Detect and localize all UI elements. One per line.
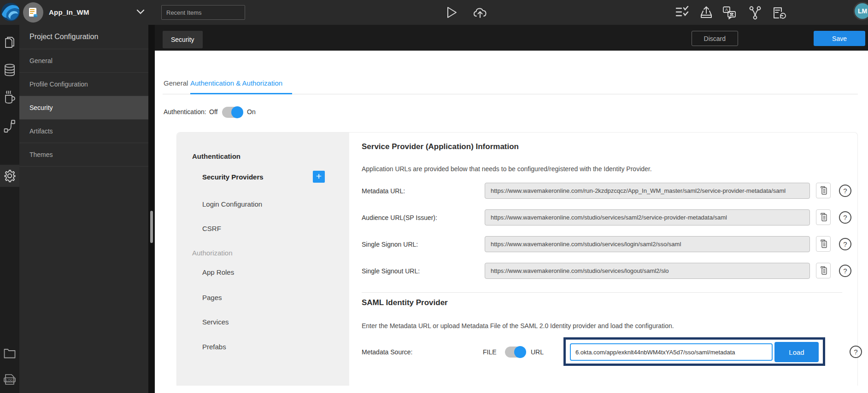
sidebar-item-artifacts[interactable]: Artifacts <box>19 120 148 143</box>
sp-info-title: Service Provider (Application) Informati… <box>362 142 519 151</box>
orchestration-icon[interactable] <box>0 115 19 137</box>
file-sync-icon[interactable] <box>771 6 786 20</box>
settings-gear-icon[interactable] <box>0 165 19 187</box>
copy-icon[interactable] <box>816 263 831 278</box>
app-title: App_In_WM <box>49 8 89 16</box>
security-subnav: Authentication Security Providers + Logi… <box>177 133 349 386</box>
database-icon[interactable] <box>0 59 19 81</box>
metadata-url-highlight: Load <box>563 337 825 366</box>
cloud-upload-icon[interactable] <box>473 6 487 19</box>
security-config-card: Authentication Security Providers + Logi… <box>176 132 858 386</box>
subnav-item-security-providers[interactable]: Security Providers <box>202 173 264 181</box>
checklist-icon[interactable] <box>675 6 689 19</box>
add-provider-button[interactable]: + <box>313 171 325 183</box>
subnav-item-pages[interactable]: Pages <box>202 294 222 301</box>
sidebar-item-profile-configuration[interactable]: Profile Configuration <box>19 73 148 96</box>
metadata-url-input[interactable] <box>485 183 810 199</box>
tab-authentication-authorization[interactable]: Authentication & Authorization <box>190 79 282 87</box>
sidebar-item-themes[interactable]: Themes <box>19 143 148 167</box>
share-branch-icon[interactable] <box>748 6 762 20</box>
section-divider <box>362 292 842 293</box>
project-config-panel: Project Configuration General Profile Co… <box>19 25 148 393</box>
help-icon[interactable]: ? <box>839 211 851 224</box>
authentication-label: Authentication: <box>164 108 206 116</box>
audience-url-input[interactable] <box>485 209 810 225</box>
help-icon[interactable]: ? <box>839 185 851 197</box>
help-icon[interactable]: ? <box>850 346 862 358</box>
copy-icon[interactable] <box>816 236 831 252</box>
export-icon[interactable] <box>699 6 713 19</box>
toggle-on-label: On <box>247 108 256 116</box>
copy-icon[interactable] <box>816 209 831 225</box>
log-label: LOG <box>6 379 13 382</box>
sidebar-item-security[interactable]: Security <box>19 96 148 120</box>
signout-url-label: Single Signout URL: <box>362 267 420 275</box>
subnav-section-authorization: Authorization <box>192 249 233 257</box>
metadata-url-label: Metadata URL: <box>362 187 405 195</box>
main-content: General Authentication & Authorization A… <box>155 51 868 393</box>
folder-icon[interactable] <box>0 342 19 364</box>
signout-url-input[interactable] <box>485 263 810 279</box>
active-tab-underline <box>190 93 292 94</box>
toggle-knob <box>514 346 526 358</box>
metadata-source-label: Metadata Source: <box>362 348 413 356</box>
saml-subtitle: Enter the Metadata URL or upload Metadat… <box>362 322 674 329</box>
url-label: URL <box>531 348 544 356</box>
authentication-toggle[interactable] <box>222 107 242 118</box>
top-bar: App_In_WM <box>0 0 868 25</box>
copy-icon[interactable] <box>816 183 831 198</box>
recent-items-input[interactable] <box>161 5 245 20</box>
idp-metadata-url-input[interactable] <box>570 343 773 361</box>
subnav-item-services[interactable]: Services <box>202 318 229 326</box>
discard-button[interactable]: Discard <box>692 31 738 46</box>
tool-sidebar: LOG ••• <box>0 25 19 393</box>
audience-url-label: Audience URL(SP Issuer): <box>362 214 437 221</box>
signon-url-label: Single Signon URL: <box>362 241 418 248</box>
chevron-down-icon[interactable] <box>136 9 145 15</box>
save-button[interactable]: Save <box>814 31 865 46</box>
project-avatar-icon[interactable] <box>23 2 43 23</box>
help-icon[interactable]: ? <box>839 238 851 250</box>
toggle-knob <box>231 106 243 118</box>
saml-title: SAML Identity Provider <box>362 298 448 307</box>
tab-general[interactable]: General <box>164 79 188 87</box>
java-services-icon[interactable] <box>0 87 19 109</box>
user-avatar[interactable]: LM <box>853 2 868 20</box>
wavemaker-logo-icon <box>1 2 20 22</box>
load-button[interactable]: Load <box>774 342 819 362</box>
subnav-item-prefabs[interactable]: Prefabs <box>202 343 226 351</box>
signon-url-input[interactable] <box>485 236 810 252</box>
sidebar-item-general[interactable]: General <box>19 49 148 73</box>
toggle-off-label: Off <box>209 108 217 116</box>
subnav-item-app-roles[interactable]: App Roles <box>202 268 234 276</box>
metadata-source-toggle[interactable] <box>505 347 525 358</box>
subnav-item-login-configuration[interactable]: Login Configuration <box>202 200 262 208</box>
pages-icon[interactable] <box>0 31 19 53</box>
app-window: App_In_WM <box>0 0 868 393</box>
panel-title: Project Configuration <box>19 25 148 49</box>
panel-scrollbar[interactable] <box>148 25 155 393</box>
panel-scrollbar-thumb[interactable] <box>150 211 153 243</box>
file-label: FILE <box>483 348 497 356</box>
subnav-section-authentication: Authentication <box>192 152 240 160</box>
page-tab-security[interactable]: Security <box>163 31 203 48</box>
subnav-item-csrf[interactable]: CSRF <box>202 225 221 232</box>
help-icon[interactable]: ? <box>839 265 851 277</box>
sp-info-subtitle: Application URLs are provided below that… <box>362 165 652 173</box>
translate-icon[interactable]: A <box>722 6 737 20</box>
svg-text:A: A <box>725 7 728 12</box>
run-play-icon[interactable] <box>446 6 458 19</box>
log-file-icon[interactable]: LOG <box>0 369 19 391</box>
